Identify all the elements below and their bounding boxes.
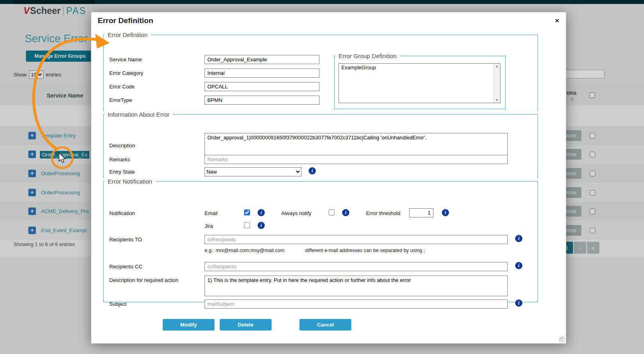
- subject-label: Subject: [109, 301, 126, 307]
- jira-label: Jira: [205, 223, 213, 229]
- error-threshold-info-icon[interactable]: i: [442, 209, 449, 216]
- recipients-cc-info-icon[interactable]: i: [515, 262, 522, 269]
- information-legend: Information About Error: [104, 111, 173, 118]
- always-notify-info-icon[interactable]: i: [342, 209, 349, 216]
- listbox-scrollbar[interactable]: ▲ ▼: [493, 64, 500, 103]
- error-category-field[interactable]: [205, 68, 319, 78]
- remarks-label: Remarks: [109, 156, 130, 162]
- error-code-field[interactable]: [205, 82, 319, 91]
- error-category-label: Error Category: [109, 70, 143, 76]
- information-about-error-section: Information About Error Description Orde…: [103, 111, 538, 178]
- required-action-field[interactable]: 1) This is the template entry. Put in he…: [205, 276, 508, 296]
- always-notify-checkbox[interactable]: [329, 209, 335, 215]
- error-group-legend: Error Group Definition: [335, 53, 400, 59]
- email-checkbox[interactable]: [244, 209, 250, 215]
- delete-button[interactable]: Delete: [220, 319, 272, 331]
- entry-state-select[interactable]: New: [205, 167, 301, 176]
- error-threshold-field[interactable]: [409, 208, 433, 217]
- entry-state-label: Entry State: [109, 169, 135, 175]
- recipients-to-info-icon[interactable]: i: [515, 235, 522, 242]
- error-type-field[interactable]: [205, 96, 319, 105]
- required-action-label: Description for required action: [109, 277, 178, 283]
- description-field[interactable]: Order_approval_1|000000091650f379000022b…: [205, 133, 508, 156]
- description-label: Description: [109, 143, 135, 149]
- error-definition-legend: Error Definition: [104, 31, 151, 38]
- service-name-field[interactable]: [205, 55, 319, 64]
- error-group-definition-section: Error Group Definition ExampleGroup ▲ ▼: [334, 53, 506, 109]
- subject-info-icon[interactable]: i: [515, 299, 522, 307]
- scroll-down-icon[interactable]: ▼: [495, 98, 498, 102]
- modal-title: Error Definition: [98, 16, 153, 25]
- email-info-icon[interactable]: i: [258, 209, 265, 216]
- error-code-label: Error Code: [109, 84, 135, 90]
- error-definition-section: Error Definition Service Name Error Cate…: [103, 31, 538, 111]
- email-label: Email: [205, 210, 218, 216]
- error-notification-section: Error Notification Notification Email i …: [103, 178, 538, 302]
- close-icon[interactable]: ✕: [555, 18, 559, 24]
- modify-button[interactable]: Modify: [163, 319, 215, 331]
- service-name-label: Service Name: [109, 57, 142, 63]
- recipients-cc-label: Recipients CC: [109, 264, 142, 270]
- scroll-up-icon[interactable]: ▲: [495, 65, 498, 68]
- error-group-item[interactable]: ExampleGroup: [339, 64, 500, 71]
- remarks-field[interactable]: [205, 155, 508, 164]
- subject-field[interactable]: [205, 299, 508, 309]
- screen: VScheer|PAS Service Error List Manage Er…: [0, 0, 644, 354]
- notification-legend: Error Notification: [104, 178, 156, 185]
- always-notify-label: Always notify: [281, 210, 311, 216]
- error-group-listbox[interactable]: ExampleGroup ▲ ▼: [339, 63, 500, 103]
- notification-label: Notification: [109, 210, 135, 216]
- resize-handle[interactable]: [559, 336, 565, 342]
- recipients-to-field[interactable]: [205, 235, 508, 244]
- jira-info-icon[interactable]: i: [258, 222, 265, 229]
- cancel-button[interactable]: Cancel: [299, 319, 351, 331]
- error-threshold-label: Error threshold: [366, 210, 400, 216]
- error-definition-modal: Error Definition ✕ Error Definition Serv…: [91, 12, 566, 344]
- recipients-separator-hint: different e-mail addresses can be separa…: [305, 248, 425, 253]
- recipients-cc-field[interactable]: [205, 262, 508, 271]
- jira-checkbox[interactable]: [244, 222, 250, 228]
- recipients-example-hint: e.g.: mrx@mail.com;msy@mail.com: [205, 248, 284, 253]
- recipients-to-label: Recipients TO: [109, 237, 142, 243]
- entry-state-info-icon[interactable]: i: [309, 167, 316, 174]
- error-type-label: ErrorType: [109, 97, 132, 103]
